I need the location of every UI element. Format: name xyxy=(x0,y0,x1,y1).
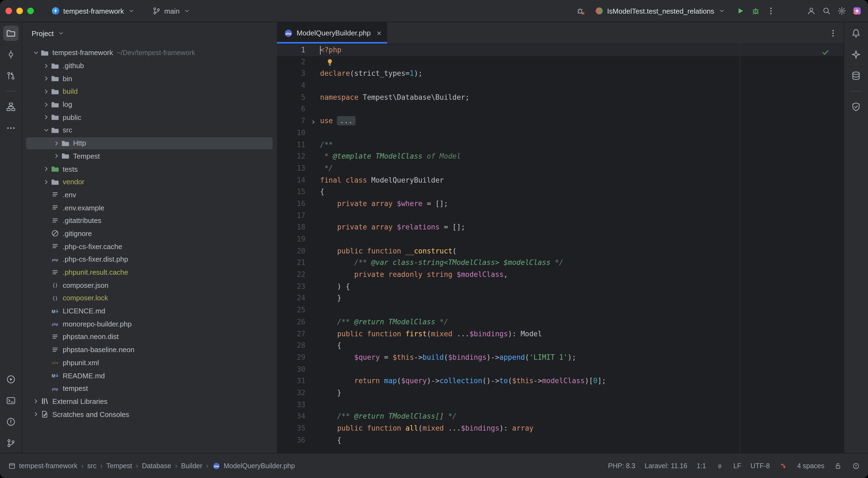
line-number[interactable]: 29 xyxy=(277,352,320,363)
code-line[interactable]: } xyxy=(320,387,844,399)
tree-item-external-libraries[interactable]: External Libraries xyxy=(22,395,277,408)
tree-item-readme-md[interactable]: MREADME.md xyxy=(22,369,277,382)
line-number[interactable]: 33 xyxy=(277,399,320,410)
chevron-right-icon[interactable] xyxy=(41,165,51,173)
status-php-8.3[interactable]: PHP: 8.3 xyxy=(608,462,635,470)
code-line[interactable]: <?php xyxy=(320,44,844,56)
breadcrumb-item[interactable]: tempest-framework xyxy=(8,461,78,470)
code-line[interactable] xyxy=(320,233,844,245)
tree-item-monorepo-builder-php[interactable]: phpmonorepo-builder.php xyxy=(22,317,277,330)
code-line[interactable]: private array $relations = []; xyxy=(320,222,844,233)
code-line[interactable]: declare(strict_types=1); xyxy=(320,68,844,79)
line-number[interactable]: 11 xyxy=(277,139,320,151)
code-line[interactable]: /** @return TModelClass */ xyxy=(320,316,844,328)
tree-item-src[interactable]: src xyxy=(22,124,277,136)
tree-item--env-example[interactable]: .env.example xyxy=(22,201,277,214)
terminal-tool-button[interactable] xyxy=(3,393,19,408)
run-button[interactable] xyxy=(736,6,745,15)
status-utf-8[interactable]: UTF-8 xyxy=(750,462,770,470)
code-line[interactable] xyxy=(320,79,844,91)
chevron-right-icon[interactable] xyxy=(41,114,51,121)
tree-item-tempest[interactable]: Tempest xyxy=(22,150,277,162)
tab-options-button[interactable] xyxy=(829,29,837,37)
line-number[interactable]: 13 xyxy=(277,162,320,174)
problems-tool-button[interactable] xyxy=(3,414,19,429)
close-window-button[interactable] xyxy=(5,8,12,14)
at-icon[interactable]: @ xyxy=(715,461,724,470)
line-number[interactable]: 25 xyxy=(277,304,320,316)
line-number[interactable]: 4 xyxy=(277,79,320,91)
tree-item-composer-lock[interactable]: {}composer.lock xyxy=(22,292,277,305)
code-line[interactable]: { xyxy=(320,186,844,198)
coverage-tool-button[interactable] xyxy=(848,99,864,115)
line-number[interactable]: 5 xyxy=(277,92,320,103)
line-number[interactable]: 17 xyxy=(277,210,320,221)
line-number[interactable]: 21 xyxy=(277,257,320,269)
tree-item--github[interactable]: .github xyxy=(22,59,277,72)
tree-item-tests[interactable]: tests xyxy=(22,162,277,175)
search-everywhere-button[interactable] xyxy=(822,6,831,15)
tree-item--gitignore[interactable]: .gitignore xyxy=(22,227,277,240)
line-number[interactable]: 14 xyxy=(277,174,320,186)
code-line[interactable]: /** @var class-string<TModelClass> $mode… xyxy=(320,257,844,269)
commit-tool-button[interactable] xyxy=(3,47,19,62)
chevron-right-icon[interactable] xyxy=(31,397,40,405)
line-number[interactable]: 32 xyxy=(277,387,320,399)
tree-item-composer-json[interactable]: {}composer.json xyxy=(22,279,277,292)
tree-item-public[interactable]: public xyxy=(22,111,277,124)
database-tool-button[interactable] xyxy=(848,68,864,84)
line-number[interactable]: 3 xyxy=(277,68,320,79)
tree-item--env[interactable]: .env xyxy=(22,188,277,201)
line-number[interactable]: 23 xyxy=(277,281,320,292)
chevron-right-icon[interactable] xyxy=(52,152,61,160)
code-line[interactable]: use ... xyxy=(320,115,844,127)
code-line[interactable] xyxy=(320,210,844,221)
code-line[interactable]: namespace Tempest\Database\Builder; xyxy=(320,92,844,103)
code-editor[interactable]: 1234567101112131415161718192021222324252… xyxy=(277,43,844,453)
code-line[interactable]: /** xyxy=(320,139,844,151)
tree-item-bin[interactable]: bin xyxy=(22,72,277,85)
code-line[interactable]: public function __construct( xyxy=(320,245,844,257)
more-tool-button[interactable] xyxy=(3,121,19,136)
code-line[interactable]: return map($query)->collection()->to($th… xyxy=(320,375,844,387)
code-line[interactable]: public function first(mixed ...$bindings… xyxy=(320,328,844,340)
tree-item-tempest[interactable]: phptempest xyxy=(22,382,277,395)
code-line[interactable]: /** @return TModelClass[] */ xyxy=(320,411,844,422)
line-number[interactable]: 6 xyxy=(277,103,320,115)
status-laravel-11.16[interactable]: Laravel: 11.16 xyxy=(645,462,687,470)
tree-item-build[interactable]: build xyxy=(22,85,277,98)
code-with-me-button[interactable] xyxy=(807,6,816,15)
status-1-1[interactable]: 1:1 xyxy=(696,462,706,470)
code-line[interactable]: } xyxy=(320,292,844,304)
tree-item-phpstan-baseline-neon[interactable]: phpstan-baseline.neon xyxy=(22,343,277,356)
code-line[interactable]: final class ModelQueryBuilder xyxy=(320,174,844,186)
debug-listener-icon[interactable] xyxy=(779,461,788,470)
minimize-window-button[interactable] xyxy=(17,8,23,14)
tree-item--phpunit-result-cache[interactable]: .phpunit.result.cache xyxy=(22,266,277,279)
line-number[interactable]: 7 xyxy=(277,115,320,127)
more-actions-button[interactable] xyxy=(767,6,775,15)
code-line[interactable] xyxy=(320,103,844,115)
chevron-down-icon[interactable] xyxy=(31,49,40,57)
status-circle-icon[interactable] xyxy=(851,461,860,470)
intention-bulb-icon[interactable] xyxy=(326,58,334,66)
line-number[interactable]: 26 xyxy=(277,316,320,328)
code-line[interactable]: public function all(mixed ...$bindings):… xyxy=(320,422,844,434)
line-number[interactable]: 10 xyxy=(277,127,320,139)
line-number[interactable]: 2 xyxy=(277,56,320,68)
line-number[interactable]: 27 xyxy=(277,328,320,340)
breadcrumb-item[interactable]: Builder xyxy=(181,462,202,470)
code-line[interactable]: $query = $this->build($bindings)->append… xyxy=(320,352,844,363)
line-number[interactable]: 31 xyxy=(277,375,320,387)
run-configuration-selector[interactable]: IsModelTest.test_nested_relations xyxy=(592,4,730,18)
line-number[interactable]: 15 xyxy=(277,186,320,198)
line-number[interactable]: 20 xyxy=(277,245,320,257)
inspections-ok-icon[interactable] xyxy=(821,48,830,57)
tree-item-phpstan-neon-dist[interactable]: phpstan.neon.dist xyxy=(22,330,277,343)
line-number[interactable]: 18 xyxy=(277,222,320,233)
ai-assistant-tool-button[interactable] xyxy=(848,47,864,62)
tree-item--gitattributes[interactable]: .gitattributes xyxy=(22,214,277,227)
code-line[interactable] xyxy=(320,363,844,375)
line-number[interactable]: 30 xyxy=(277,363,320,375)
chevron-right-icon[interactable] xyxy=(41,101,51,108)
